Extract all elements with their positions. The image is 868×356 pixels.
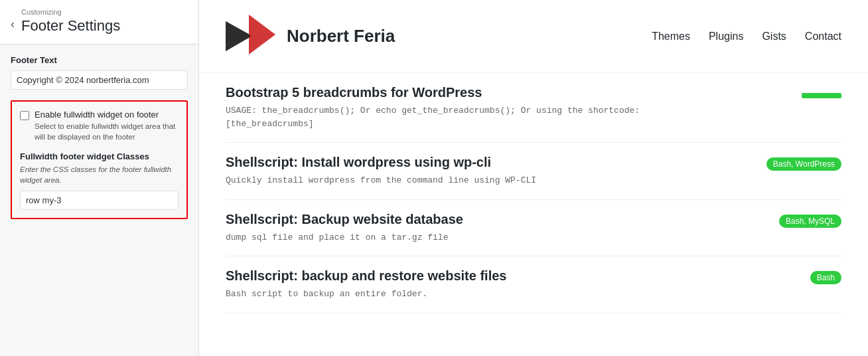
post-text: Shellscript: Install wordpress using wp-…	[226, 155, 536, 187]
enable-fullwidth-checkbox[interactable]	[20, 111, 29, 120]
panel-body: Footer Text Enable fullwidth widget on f…	[0, 44, 198, 230]
post-desc: dump sql file and place it on a tar.gz f…	[226, 231, 463, 244]
post-tags: Bash, WordPress	[766, 157, 841, 171]
post-text: Shellscript: Backup website database dum…	[226, 212, 463, 244]
footer-text-label: Footer Text	[11, 55, 188, 65]
back-button[interactable]: ‹	[11, 15, 15, 34]
customizer-panel: ‹ Customizing Footer Settings Footer Tex…	[0, 0, 199, 356]
list-item: Shellscript: Install wordpress using wp-…	[226, 143, 841, 200]
list-item: Bootstrap 5 breadcrumbs for WordPress US…	[226, 73, 841, 143]
list-item: Shellscript: backup and restore website …	[226, 256, 841, 313]
svg-marker-1	[249, 15, 275, 54]
site-name: Norbert Feria	[287, 26, 395, 46]
customizing-label: Customizing	[21, 8, 120, 16]
checkbox-row: Enable fullwidth widget on footer Select…	[20, 110, 179, 142]
footer-text-input[interactable]	[11, 70, 188, 90]
nav-themes[interactable]: Themes	[652, 31, 690, 43]
post-text: Bootstrap 5 breadcrumbs for WordPress US…	[226, 85, 640, 130]
panel-header: ‹ Customizing Footer Settings	[0, 0, 198, 44]
fullwidth-classes-label: Fullwidth footer widget Classes	[20, 151, 179, 161]
section-title: Footer Settings	[21, 17, 120, 34]
content-area: Bootstrap 5 breadcrumbs for WordPress US…	[199, 73, 868, 340]
post-title: Bootstrap 5 breadcrumbs for WordPress	[226, 85, 640, 100]
tag-bar	[802, 93, 841, 98]
site-logo-icon	[226, 15, 279, 58]
nav-gists[interactable]: Gists	[762, 31, 786, 43]
post-text: Shellscript: backup and restore website …	[226, 268, 506, 301]
nav-plugins[interactable]: Plugins	[709, 31, 743, 43]
site-nav: Themes Plugins Gists Contact	[652, 31, 841, 43]
post-desc: Bash script to backup an entire folder.	[226, 288, 506, 301]
tag-bash: Bash	[810, 271, 841, 284]
checkbox-description: Select to enable fullwidth widget area t…	[35, 121, 179, 142]
tag-bash-mysql: Bash, MySQL	[779, 215, 841, 228]
site-header: Norbert Feria Themes Plugins Gists Conta…	[199, 0, 868, 73]
post-title: Shellscript: Backup website database	[226, 212, 463, 227]
post-desc: Quickly install wordpress from the comma…	[226, 174, 536, 187]
fullwidth-classes-group: Fullwidth footer widget Classes Enter th…	[20, 151, 179, 210]
fullwidth-classes-input[interactable]	[20, 191, 179, 210]
fullwidth-section: Enable fullwidth widget on footer Select…	[11, 100, 188, 219]
nav-contact[interactable]: Contact	[805, 31, 841, 43]
site-logo-area: Norbert Feria	[226, 15, 395, 58]
list-item: Shellscript: Backup website database dum…	[226, 200, 841, 257]
tag-bash-wordpress: Bash, WordPress	[766, 157, 841, 171]
post-tags: Bash, MySQL	[779, 215, 841, 228]
post-title: Shellscript: Install wordpress using wp-…	[226, 155, 536, 170]
svg-marker-2	[226, 21, 251, 51]
post-tags	[802, 88, 841, 98]
post-title: Shellscript: backup and restore website …	[226, 268, 506, 284]
fullwidth-classes-desc: Enter the CSS classes for the footer ful…	[20, 164, 179, 185]
header-text: Customizing Footer Settings	[21, 8, 120, 35]
checkbox-text: Enable fullwidth widget on footer Select…	[35, 110, 179, 142]
site-preview: Norbert Feria Themes Plugins Gists Conta…	[199, 0, 868, 356]
checkbox-label: Enable fullwidth widget on footer	[35, 110, 179, 120]
post-tags: Bash	[810, 271, 841, 284]
footer-text-group: Footer Text	[11, 55, 188, 90]
post-desc: USAGE: the_breadcrumbs(); Or echo get_th…	[226, 104, 640, 130]
